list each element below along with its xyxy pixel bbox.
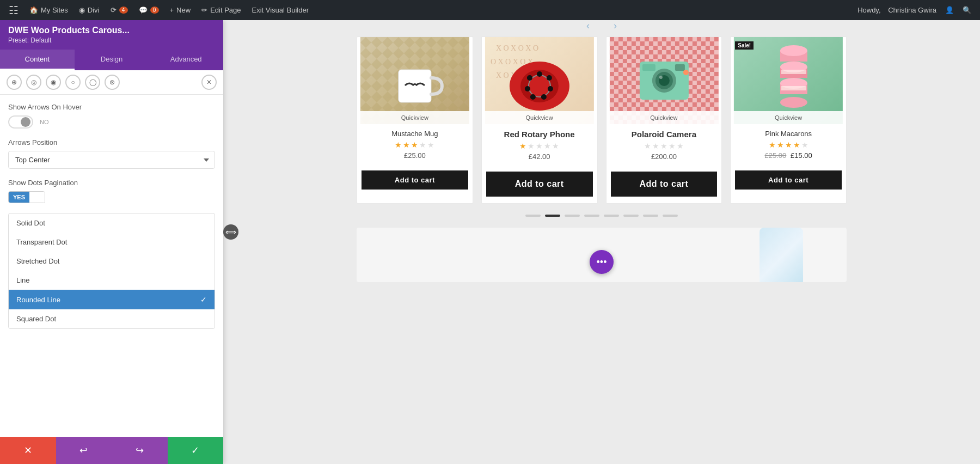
product-name-0: Mustache Mug — [362, 130, 468, 138]
star-4: ★ — [419, 141, 426, 149]
star-1: ★ — [519, 142, 526, 150]
line-label: Line — [16, 276, 30, 284]
product-card-3: Sale! Quickview Pink Macarons ★ ★ ★ ★ ★ … — [730, 36, 847, 204]
product-stars-1: ★ ★ ★ ★ ★ — [486, 142, 593, 150]
svg-point-31 — [780, 97, 807, 108]
star-1: ★ — [644, 142, 651, 150]
tab-advanced[interactable]: Advanced — [149, 50, 223, 70]
dots-pagination-section: Show Dots Pagination YES — [8, 179, 215, 203]
panel-resize-handle[interactable]: ⟺ — [223, 224, 238, 240]
add-to-cart-3[interactable]: Add to cart — [735, 170, 842, 190]
rounded-line-label: Rounded Line — [16, 296, 60, 304]
settings-panel: DWE Woo Products Carous... Preset: Defau… — [0, 20, 223, 464]
selected-check-icon: ✓ — [200, 295, 207, 304]
save-button[interactable]: ✓ — [168, 437, 224, 464]
product-image-wrap-1: X O X O X O O X O X O X X O X O X O — [482, 37, 597, 124]
product-price-0: £25.00 — [362, 151, 468, 160]
product-name-2: Polaroid Camera — [611, 130, 718, 139]
edit-icon: ✏ — [201, 6, 207, 14]
edit-page-link[interactable]: ✏ Edit Page — [197, 0, 245, 20]
svg-point-11 — [547, 75, 552, 81]
divi-menu[interactable]: ◉ Divi — [75, 0, 104, 20]
dot-2[interactable] — [565, 215, 580, 217]
product-card-0: Quickview Mustache Mug ★ ★ ★ ★ ★ £25.00 … — [357, 36, 473, 204]
dot-option-squared[interactable]: Squared Dot — [9, 309, 215, 328]
tab-design[interactable]: Design — [75, 50, 149, 70]
arrows-position-select[interactable]: Top Center — [8, 151, 215, 169]
product-info-2: Polaroid Camera ★ ★ ★ ★ ★ £200.00 — [607, 124, 722, 172]
star-3: ★ — [660, 142, 667, 150]
redo-button[interactable]: ↪ — [112, 437, 168, 464]
quickview-overlay-2[interactable]: Quickview — [607, 111, 722, 124]
icon-option-4[interactable]: ○ — [65, 75, 81, 90]
toggle-yes-label: YES — [9, 192, 29, 203]
product-card-1: X O X O X O O X O X O X X O X O X O — [481, 36, 598, 204]
new-menu[interactable]: + New — [166, 0, 195, 20]
dot-4[interactable] — [604, 215, 619, 217]
updates-menu[interactable]: ⟳ 4 — [106, 0, 132, 20]
user-avatar[interactable]: 👤 — [941, 0, 958, 20]
updates-icon: ⟳ — [111, 6, 117, 14]
icon-option-1[interactable]: ⊕ — [7, 75, 22, 90]
star-3: ★ — [536, 142, 543, 150]
product-info-0: Mustache Mug ★ ★ ★ ★ ★ £25.00 — [357, 124, 473, 170]
icon-option-2[interactable]: ◎ — [26, 75, 41, 90]
product-name-3: Pink Macarons — [735, 130, 842, 138]
star-4: ★ — [544, 142, 551, 150]
tab-content[interactable]: Content — [0, 50, 75, 70]
dot-1[interactable] — [545, 215, 560, 217]
star-5: ★ — [801, 141, 808, 149]
svg-rect-27 — [675, 64, 684, 71]
svg-point-16 — [527, 75, 532, 81]
arrows-position-section: Arrows Position Top Center — [8, 138, 215, 169]
panel-preset[interactable]: Preset: Default — [8, 36, 215, 44]
svg-point-13 — [541, 94, 547, 100]
arrows-hover-toggle[interactable] — [8, 115, 33, 129]
action-bar: ✕ ↩ ↪ ✓ — [0, 437, 223, 464]
dot-5[interactable] — [623, 215, 639, 217]
star-4: ★ — [669, 142, 676, 150]
add-to-cart-1[interactable]: Add to cart — [486, 172, 593, 197]
comments-menu[interactable]: 💬 0 — [134, 0, 163, 20]
dot-option-solid[interactable]: Solid Dot — [9, 213, 215, 233]
cancel-button[interactable]: ✕ — [0, 437, 56, 464]
svg-rect-38 — [781, 86, 806, 90]
carousel-wrapper: ‹ › — [357, 36, 847, 217]
icon-option-5[interactable]: ◯ — [85, 75, 100, 90]
undo-button[interactable]: ↩ — [56, 437, 112, 464]
dot-7[interactable] — [663, 215, 678, 217]
svg-point-10 — [537, 71, 542, 77]
wordpress-icon[interactable]: ☷ — [4, 0, 23, 20]
add-to-cart-0[interactable]: Add to cart — [362, 170, 468, 190]
exit-visual-builder-link[interactable]: Exit Visual Builder — [248, 0, 314, 20]
dots-pagination-toggle[interactable]: YES — [8, 191, 45, 203]
dot-option-rounded-line[interactable]: Rounded Line ✓ — [9, 290, 215, 309]
quickview-overlay-1[interactable]: Quickview — [482, 111, 597, 124]
svg-point-29 — [683, 70, 688, 75]
panel-header: DWE Woo Products Carous... Preset: Defau… — [0, 20, 223, 50]
quickview-overlay-3[interactable]: Quickview — [731, 111, 846, 124]
close-icon-btn[interactable]: ✕ — [201, 75, 217, 90]
arrows-position-label: Arrows Position — [8, 138, 215, 146]
dot-option-transparent[interactable]: Transparent Dot — [9, 233, 215, 252]
arrows-hover-toggle-row: NO — [8, 115, 215, 129]
search-icon[interactable]: 🔍 — [958, 0, 976, 20]
star-1: ★ — [395, 141, 402, 149]
quickview-overlay-0[interactable]: Quickview — [357, 111, 473, 124]
dot-option-stretched[interactable]: Stretched Dot — [9, 252, 215, 271]
product-price-1: £42.00 — [486, 152, 593, 161]
product-price-2: £200.00 — [611, 152, 718, 161]
dot-0[interactable] — [525, 215, 541, 217]
icon-option-3[interactable]: ◉ — [46, 75, 61, 90]
dot-3[interactable] — [584, 215, 599, 217]
product-price-3: £25.00 £15.00 — [735, 151, 842, 160]
icon-option-6[interactable]: ⊗ — [105, 75, 120, 90]
float-action-button[interactable]: ••• — [590, 250, 614, 274]
product-image-wrap-2: Quickview — [607, 37, 722, 124]
sale-price-3: £15.00 — [791, 151, 812, 160]
my-sites-menu[interactable]: 🏠 My Sites — [25, 0, 72, 20]
panel-title: DWE Woo Products Carous... — [8, 26, 215, 35]
dot-option-line[interactable]: Line — [9, 271, 215, 290]
dot-6[interactable] — [643, 215, 658, 217]
add-to-cart-2[interactable]: Add to cart — [611, 172, 718, 197]
